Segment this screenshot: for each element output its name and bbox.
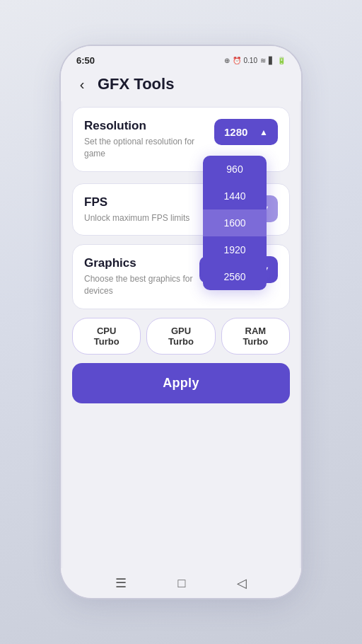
back-arrow-icon: ‹ bbox=[80, 76, 85, 93]
resolution-dropdown-menu: 960 1440 1600 1920 2560 bbox=[203, 156, 267, 290]
status-time: 6:50 bbox=[76, 55, 95, 66]
resolution-card-text: Resolution Set the optional resolution f… bbox=[84, 119, 197, 160]
battery-icon: 🔋 bbox=[277, 57, 286, 64]
header: ‹ GFX Tools bbox=[61, 70, 301, 101]
turbo-buttons-row: CPU Turbo GPU Turbo RAM Turbo bbox=[72, 318, 290, 355]
resolution-dropdown-arrow-icon: ▲ bbox=[259, 127, 268, 137]
graphics-card-text: Graphics Choose the best graphics for de… bbox=[84, 256, 197, 297]
ram-turbo-button[interactable]: RAM Turbo bbox=[221, 318, 290, 355]
resolution-dropdown-container: 1280 ▲ 960 1440 1600 1920 2560 bbox=[214, 119, 278, 145]
resolution-card: Resolution Set the optional resolution f… bbox=[72, 107, 290, 172]
fps-subtitle: Unlock maximum FPS limits bbox=[84, 212, 189, 224]
back-nav-icon[interactable]: ◁ bbox=[237, 575, 247, 591]
status-bar: 6:50 ⊕ ⏰ 0.10 ≋ ▋ 🔋 bbox=[61, 46, 301, 70]
alarm-icon: ⏰ bbox=[233, 57, 241, 64]
resolution-card-header: Resolution Set the optional resolution f… bbox=[84, 119, 278, 160]
notification-icon: ⊕ bbox=[224, 57, 230, 64]
resolution-title: Resolution bbox=[84, 119, 197, 133]
wifi-icon: ≋ bbox=[260, 57, 266, 64]
hamburger-icon[interactable]: ☰ bbox=[115, 575, 127, 591]
fps-title: FPS bbox=[84, 195, 189, 209]
apply-button[interactable]: Apply bbox=[72, 363, 290, 403]
bottom-nav: ☰ □ ◁ bbox=[61, 568, 301, 598]
resolution-subtitle: Set the optional resolution for game bbox=[84, 136, 197, 160]
resolution-option-2560[interactable]: 2560 bbox=[203, 263, 267, 290]
fps-card-text: FPS Unlock maximum FPS limits bbox=[84, 195, 189, 224]
resolution-selected-value: 1280 bbox=[224, 126, 247, 138]
back-button[interactable]: ‹ bbox=[72, 74, 92, 94]
page-title: GFX Tools bbox=[98, 75, 174, 93]
data-icon: 0.10 bbox=[244, 57, 257, 64]
home-square-icon[interactable]: □ bbox=[178, 576, 186, 591]
graphics-title: Graphics bbox=[84, 256, 197, 270]
graphics-subtitle: Choose the best graphics for devices bbox=[84, 273, 197, 297]
status-icons: ⊕ ⏰ 0.10 ≋ ▋ 🔋 bbox=[224, 57, 286, 64]
content-area: Resolution Set the optional resolution f… bbox=[61, 101, 301, 568]
signal-icon: ▋ bbox=[269, 57, 274, 64]
resolution-option-1440[interactable]: 1440 bbox=[203, 183, 267, 209]
resolution-option-960[interactable]: 960 bbox=[203, 156, 267, 183]
gpu-turbo-button[interactable]: GPU Turbo bbox=[146, 318, 215, 355]
cpu-turbo-button[interactable]: CPU Turbo bbox=[72, 318, 141, 355]
phone-frame: 6:50 ⊕ ⏰ 0.10 ≋ ▋ 🔋 ‹ GFX Tools Resoluti… bbox=[61, 46, 301, 598]
resolution-dropdown-button[interactable]: 1280 ▲ bbox=[214, 119, 278, 145]
resolution-option-1600[interactable]: 1600 bbox=[203, 209, 267, 236]
resolution-option-1920[interactable]: 1920 bbox=[203, 236, 267, 263]
